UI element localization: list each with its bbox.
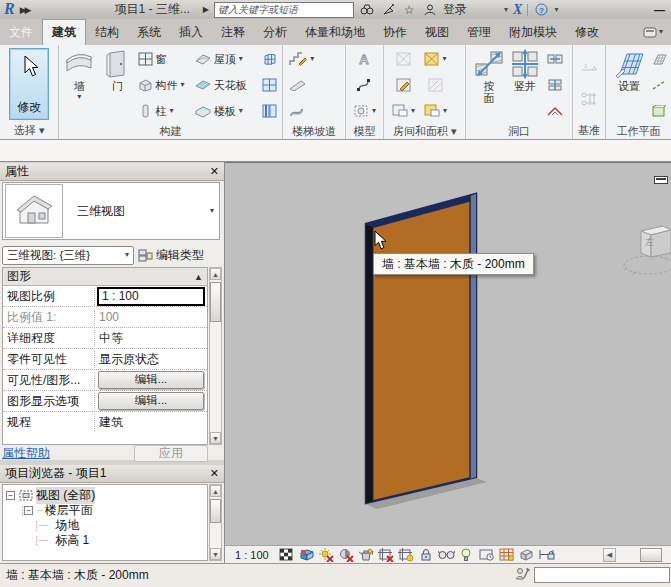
curtain-system-button[interactable] [262,47,278,71]
scroll-down-icon[interactable]: ▼ [210,548,221,560]
apply-button[interactable]: 应用 [134,445,208,462]
lock-3d-view-icon[interactable] [418,547,435,563]
favorites-star-icon[interactable]: ☆ [401,3,417,17]
visual-style-icon[interactable] [298,547,315,563]
expander-icon[interactable]: − [24,506,33,515]
show-workplane-button[interactable] [651,47,667,71]
communication-center-icon[interactable] [380,3,396,17]
tag-area-button[interactable]: ▾ [424,99,447,123]
sun-path-icon[interactable] [318,547,335,563]
temporary-view-properties-icon[interactable] [478,547,495,563]
viewer-button[interactable] [651,99,667,123]
shadows-icon[interactable] [338,547,355,563]
ramp-button[interactable] [289,73,342,97]
wall-button[interactable]: 墙▾ [61,46,97,103]
grid-button[interactable] [581,87,597,111]
crop-region-icon[interactable] [398,547,415,563]
help-icon[interactable]: ? [533,3,549,17]
model-group-button[interactable]: ▾ [353,99,376,123]
stair-button[interactable]: ▾ [289,47,342,71]
worksets-field[interactable] [534,567,670,583]
search-input[interactable] [214,2,354,18]
shaft-button[interactable]: 竖井 [508,46,542,95]
panel-label-datum[interactable]: 基准 [573,123,605,139]
discipline-value[interactable]: 建筑 [95,414,207,431]
reveal-constraints-icon[interactable] [538,547,555,563]
tab-insert[interactable]: 插入 [170,19,212,45]
component-button[interactable]: 构件▾ [138,73,193,97]
browser-scrollbar[interactable]: ▲ ▼ [209,484,222,561]
minimize-button[interactable]: — [654,4,667,16]
properties-close-icon[interactable]: ✕ [210,165,219,178]
type-selector-dropdown-icon[interactable]: ▾ [210,207,219,215]
detail-level-icon[interactable] [278,547,295,563]
panel-label-build[interactable]: 构建 [59,124,282,139]
panel-label-select[interactable]: 选择 ▾ [0,123,58,139]
browser-scroll-thumb[interactable] [210,499,221,523]
level-button[interactable]: 1 [581,55,597,79]
help-dropdown-icon[interactable]: ▾ [554,6,558,14]
panel-label-model[interactable]: 模型 [346,124,384,139]
scale-button[interactable]: 1 : 100 [235,549,269,561]
model-text-button[interactable]: A [356,47,372,71]
horizontal-scrollbar[interactable]: ◀ [603,547,671,563]
properties-title-bar[interactable]: 属性 ✕ [0,163,224,181]
drawing-area[interactable]: 左 墙 : 基本墙 : 木质 - 200mm 1 : 100 ◀ [225,162,671,563]
worksets-icon[interactable] [514,566,530,582]
roof-button[interactable]: 屋顶▾ [195,47,258,71]
hscroll-thumb[interactable] [640,548,662,562]
tab-manage[interactable]: 管理 [458,19,500,45]
type-selector[interactable]: 三维视图 ▾ [2,182,220,240]
door-button[interactable]: 门 [99,46,135,95]
edit-type-button[interactable]: 编辑类型 [138,247,204,264]
tree-node-views[interactable]: − 视图 (全部) [3,488,207,503]
area-boundary-button[interactable] [428,73,443,97]
scroll-up-icon[interactable]: ▲ [210,268,221,280]
scroll-up-icon[interactable]: ▲ [210,485,221,497]
instance-selector-dropdown-icon[interactable]: ▾ [125,251,129,259]
mullion-button[interactable] [262,99,277,123]
crop-view-icon[interactable] [378,547,395,563]
view-window-restore-button[interactable] [654,176,668,184]
title-arrow-icon[interactable]: ▶ [203,5,209,14]
tree-node-level1[interactable]: ┊┈┈ 标高 1 [3,533,207,548]
panel-label-circulation[interactable]: 楼梯坡道 [283,124,344,139]
parts-visibility-value[interactable]: 显示原状态 [95,351,207,368]
exchange-apps-icon[interactable]: X [513,2,522,18]
analytical-model-icon[interactable] [498,547,515,563]
panel-label-workplane[interactable]: 工作平面 [606,124,671,139]
dormer-button[interactable] [547,99,563,123]
railing-button[interactable] [289,99,342,123]
tab-analyze[interactable]: 分析 [254,19,296,45]
room-button[interactable] [396,47,411,71]
tab-file[interactable]: 文件 [0,19,42,45]
signin-label[interactable]: 登录 [443,1,467,18]
wall-opening-button[interactable] [547,47,563,71]
revit-logo-icon[interactable]: R [4,1,15,17]
displacement-sets-icon[interactable] [518,547,535,563]
tab-structure[interactable]: 结构 [86,19,128,45]
display-options-edit-button[interactable]: 编辑... [98,392,204,410]
reveal-hidden-elements-icon[interactable] [458,547,475,563]
tab-annotate[interactable]: 注释 [212,19,254,45]
column-button[interactable]: 柱▾ [138,99,193,123]
curtain-grid-button[interactable] [262,73,277,97]
quick-access-expand-icon[interactable]: ▶▶ [20,5,30,15]
scroll-left-icon[interactable]: ◀ [603,548,616,562]
group-header-graphics[interactable]: 图形▲ [3,268,207,286]
browser-title-bar[interactable]: 项目浏览器 - 项目1 ✕ [0,465,224,483]
wall-3d-model[interactable] [225,163,671,546]
window-button[interactable]: 窗 [138,47,193,71]
collapse-icon[interactable]: ▲ [194,272,203,282]
floor-button[interactable]: 楼板▾ [195,99,258,123]
tab-view[interactable]: 视图 [416,19,458,45]
panel-label-opening[interactable]: 洞口 [466,124,572,139]
modify-button[interactable]: 修改 [9,48,49,120]
signin-dropdown-icon[interactable]: ▾ [504,6,508,14]
tab-collaborate[interactable]: 协作 [374,19,416,45]
workplane-set-button[interactable]: 设置 [611,46,647,95]
panel-label-room-area[interactable]: 房间和面积 ▾ [384,124,465,139]
viewcube[interactable]: 左 [623,209,671,281]
detail-level-value[interactable]: 中等 [95,330,207,347]
view-scale-field[interactable]: 1 : 100 [97,287,205,306]
